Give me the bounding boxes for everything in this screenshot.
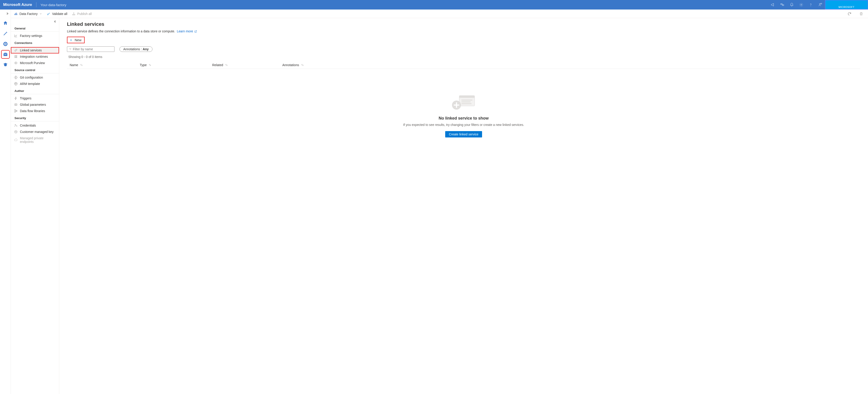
sidebar-item-factory-settings[interactable]: Factory settings — [11, 33, 59, 39]
chart-icon — [14, 34, 18, 37]
discard-button[interactable] — [858, 10, 865, 18]
sidebar-item-git-configuration[interactable]: Git configuration — [11, 74, 59, 81]
svg-rect-34 — [459, 95, 475, 98]
sidebar-item-label: Credentials — [20, 124, 36, 127]
rail-home-icon[interactable] — [2, 20, 9, 27]
sidebar-item-data-flow-libraries[interactable]: Data flow libraries — [11, 108, 59, 114]
annotations-value: Any — [143, 47, 149, 51]
person-feedback-icon[interactable] — [815, 0, 825, 9]
empty-state: No linked service to show If you expecte… — [67, 94, 860, 137]
sidebar-item-label: Integration runtimes — [20, 55, 48, 58]
brand-label[interactable]: Microsoft Azure — [3, 2, 36, 7]
result-count: Showing 0 - 0 of 0 items — [68, 55, 860, 59]
annotations-label: Annotations : — [123, 47, 143, 51]
filter-by-name-input[interactable] — [67, 47, 115, 52]
column-type[interactable]: Type — [140, 63, 212, 67]
page-description: Linked service defines the connection in… — [67, 29, 860, 33]
app-header: Microsoft Azure Your-data-factory MICROS… — [0, 0, 868, 9]
rail-expand-button[interactable] — [0, 11, 11, 16]
learn-more-link[interactable]: Learn more — [177, 29, 197, 33]
cloud-icon — [14, 138, 18, 142]
rail-manage-icon[interactable] — [2, 51, 9, 58]
command-bar: Data Factory Validate all Publish all — [11, 9, 868, 18]
chevron-down-icon — [39, 12, 42, 15]
section-security: Security — [11, 114, 59, 121]
sidebar-item-label: Git configuration — [20, 76, 43, 79]
page-title: Linked services — [67, 21, 860, 27]
sidebar-item-label: Managed private endpoints — [20, 136, 56, 144]
feedback-icon[interactable] — [777, 0, 787, 9]
svg-rect-36 — [462, 102, 470, 102]
sort-icon — [225, 63, 228, 66]
sidebar-item-label: Factory settings — [20, 34, 42, 37]
account-tile[interactable]: MICROSOFT — [825, 0, 868, 9]
scope-label: Data Factory — [20, 12, 37, 16]
svg-rect-1 — [782, 4, 784, 6]
svg-point-29 — [15, 124, 16, 125]
svg-rect-35 — [462, 100, 472, 101]
new-button[interactable]: New — [67, 37, 85, 43]
create-linked-service-button[interactable]: Create linked service — [445, 131, 482, 137]
cube-icon — [14, 82, 18, 86]
rail-author-icon[interactable] — [2, 30, 9, 37]
bell-icon[interactable] — [787, 0, 797, 9]
sidebar-item-label: Triggers — [20, 96, 31, 100]
svg-rect-5 — [821, 3, 822, 4]
resource-name[interactable]: Your-data-factory — [36, 3, 66, 7]
sidebar-item-arm-template[interactable]: ARM template — [11, 81, 59, 87]
scope-selector[interactable]: Data Factory — [14, 12, 42, 16]
section-source-control: Source control — [11, 66, 59, 73]
svg-rect-10 — [4, 54, 6, 55]
svg-point-4 — [819, 4, 820, 5]
sidebar-item-label: Linked services — [20, 49, 42, 52]
column-name[interactable]: Name — [70, 63, 140, 67]
git-icon — [14, 76, 18, 79]
svg-rect-26 — [14, 110, 16, 111]
column-annotations[interactable]: Annotations — [282, 63, 860, 67]
sidebar-item-label: Customer managed key — [20, 130, 54, 134]
svg-rect-12 — [15, 13, 16, 15]
svg-rect-13 — [16, 12, 17, 15]
svg-rect-28 — [16, 111, 17, 111]
desc-text: Linked service defines the connection in… — [67, 29, 175, 33]
refresh-button[interactable] — [846, 10, 853, 18]
svg-point-2 — [801, 4, 802, 5]
svg-rect-15 — [72, 14, 75, 15]
sort-icon — [301, 63, 304, 66]
external-link-icon — [194, 30, 197, 33]
sidebar-item-customer-managed-key[interactable]: Customer managed key — [11, 129, 59, 135]
nav-rail — [0, 9, 11, 394]
gear-icon[interactable] — [797, 0, 806, 9]
svg-point-20 — [16, 62, 16, 63]
sidebar-collapse-button[interactable] — [11, 20, 59, 24]
help-icon[interactable] — [806, 0, 815, 9]
svg-point-17 — [16, 55, 17, 56]
filter-icon — [69, 48, 71, 51]
person-key-icon — [14, 124, 18, 127]
sidebar-item-linked-services[interactable]: Linked services — [11, 47, 59, 53]
rail-learn-icon[interactable] — [2, 61, 9, 68]
sidebar-item-label: Global parameters — [20, 103, 46, 106]
column-related[interactable]: Related — [212, 63, 282, 67]
sort-icon — [80, 63, 83, 66]
bolt-icon — [14, 96, 18, 100]
sidebar-item-integration-runtimes[interactable]: Integration runtimes — [11, 53, 59, 60]
section-connections: Connections — [11, 39, 59, 46]
rail-monitor-icon[interactable] — [2, 40, 9, 48]
filter-input-field[interactable] — [73, 47, 113, 51]
runtime-icon — [14, 55, 18, 58]
plus-icon — [69, 38, 73, 42]
sidebar-item-microsoft-purview[interactable]: Microsoft Purview — [11, 60, 59, 66]
sidebar-item-credentials[interactable]: Credentials — [11, 122, 59, 129]
section-author: Author — [11, 87, 59, 94]
annotations-filter-button[interactable]: Annotations : Any — [119, 47, 152, 52]
sort-icon — [148, 63, 152, 66]
megaphone-icon[interactable] — [768, 0, 777, 9]
validate-all-button[interactable]: Validate all — [46, 12, 67, 16]
flow-icon — [14, 109, 18, 113]
publish-all-button[interactable]: Publish all — [72, 12, 92, 16]
svg-point-30 — [16, 126, 17, 126]
sidebar-item-global-parameters[interactable]: Global parameters — [11, 102, 59, 108]
param-icon — [14, 103, 18, 106]
sidebar-item-triggers[interactable]: Triggers — [11, 95, 59, 102]
